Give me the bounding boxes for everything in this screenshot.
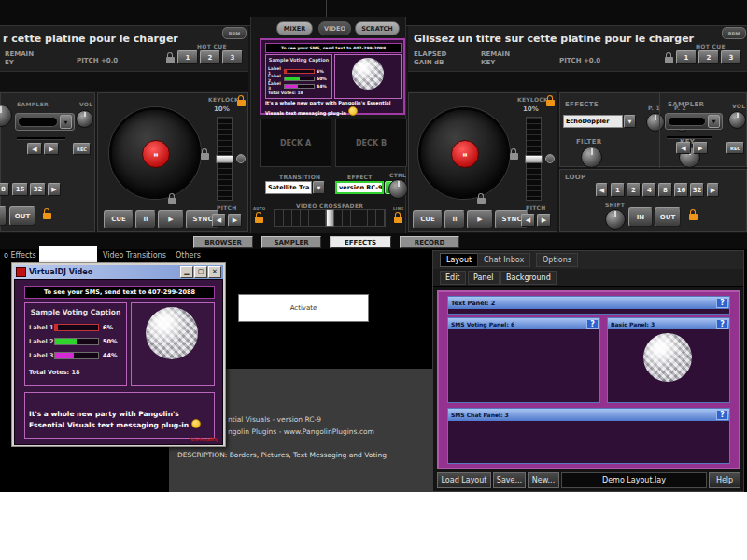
left-rec-button[interactable]: REC <box>73 143 91 155</box>
right-rec-button[interactable]: REC <box>726 142 744 154</box>
subtab-background[interactable]: Background <box>500 271 557 285</box>
help-icon[interactable]: ? <box>716 298 728 308</box>
panel-sms-voting[interactable]: SMS Voting Panel: 6? <box>447 317 600 403</box>
shift-knob[interactable] <box>605 209 626 230</box>
scratch-tab[interactable]: SCRATCH <box>355 21 400 35</box>
effects-dropdown-arrow-icon[interactable]: ▼ <box>624 115 636 128</box>
help-icon[interactable]: ? <box>586 319 599 329</box>
right-pitch-slider[interactable] <box>526 117 542 201</box>
load-layout-button[interactable]: Load Layout <box>437 472 491 488</box>
right-hotcue-2-button[interactable]: 2 <box>698 50 719 64</box>
left-loop-fwd-button[interactable]: ▶ <box>48 183 61 196</box>
filter-knob[interactable] <box>581 147 602 168</box>
left-loop-lock-icon[interactable] <box>43 213 51 219</box>
tab-browser[interactable]: BROWSER <box>193 236 253 248</box>
left-sampler-dropdown[interactable]: ▼ <box>15 113 75 131</box>
right-hotcue-1-button[interactable]: 1 <box>676 50 697 64</box>
left-pitch-lock-icon[interactable] <box>201 153 209 160</box>
loop-fwd-button[interactable]: ▶ <box>707 183 719 197</box>
effect-dropdown[interactable]: version RC-9 <box>335 181 384 194</box>
video-window-titlebar[interactable]: VirtualDJ Video ▁ ▢ ✕ <box>14 265 223 279</box>
right-sampler-next-button[interactable]: ▶ <box>693 142 708 154</box>
subtab-edit[interactable]: Edit <box>440 271 466 285</box>
deck-b-button[interactable]: DECK B <box>335 119 407 167</box>
loop-lock-icon[interactable] <box>689 214 698 220</box>
right-sampler-dropdown[interactable]: ▼ <box>665 113 723 130</box>
tab-layout[interactable]: Layout <box>440 253 478 267</box>
loop-16-button[interactable]: 16 <box>674 183 688 197</box>
transition-dropdown[interactable]: Satellite Tra <box>265 181 312 194</box>
tab-effects[interactable]: EFFECTS <box>330 236 391 248</box>
loop-1-button[interactable]: 1 <box>611 183 625 197</box>
left-loop-out-button[interactable]: OUT <box>9 206 35 226</box>
minimize-button[interactable]: ▁ <box>180 266 193 278</box>
left-hotcue-3-button[interactable]: 3 <box>222 50 243 64</box>
left-loop-in-button[interactable] <box>0 206 7 226</box>
right-pause-button[interactable]: II <box>444 210 465 229</box>
dropdown-arrow-icon[interactable]: ▼ <box>60 115 72 129</box>
right-pitch-down-button[interactable]: ◀ <box>521 214 535 227</box>
left-pitch-slider[interactable] <box>217 117 233 201</box>
left-hotcue-1-button[interactable]: 1 <box>177 50 198 64</box>
panel-sms-chat[interactable]: SMS Chat Panel: 3? <box>447 408 730 464</box>
help-icon[interactable]: ? <box>716 410 728 420</box>
left-loop-32-button[interactable]: 32 <box>30 183 46 196</box>
effects-dropdown[interactable]: EchoDoppler <box>563 115 623 128</box>
close-button[interactable]: ✕ <box>208 266 221 278</box>
loop-back-button[interactable]: ◀ <box>596 183 608 197</box>
panel-basic[interactable]: Basic Panel: 3? <box>607 317 730 403</box>
left-sampler-prev-button[interactable]: ◀ <box>27 143 42 155</box>
right-sampler-prev-button[interactable]: ◀ <box>676 142 691 154</box>
left-hotcue-lock-icon[interactable] <box>166 57 175 63</box>
left-edge-knob[interactable] <box>0 105 12 127</box>
panel-text[interactable]: Text Panel: 2? <box>447 296 730 315</box>
right-keylock-lock-icon[interactable] <box>546 100 555 106</box>
deck-a-button[interactable]: DECK A <box>260 119 331 167</box>
loop-8-button[interactable]: 8 <box>658 183 672 197</box>
right-cue-button[interactable]: CUE <box>413 210 443 229</box>
right-pitch-slider-handle[interactable] <box>525 155 543 163</box>
left-pause-button[interactable]: II <box>135 210 156 229</box>
loop-32-button[interactable]: 32 <box>690 183 704 197</box>
video-tab[interactable]: VIDEO <box>318 21 351 35</box>
auto-lock-icon[interactable] <box>255 217 263 223</box>
link-lock-icon[interactable] <box>394 217 402 223</box>
left-sampler-next-button[interactable]: ▶ <box>44 143 59 155</box>
loop-2-button[interactable]: 2 <box>627 183 641 197</box>
tab-sampler[interactable]: SAMPLER <box>261 236 321 248</box>
new-button[interactable]: New... <box>528 472 559 488</box>
tab-record[interactable]: RECORD <box>400 236 459 248</box>
ctrl-knob[interactable] <box>388 179 408 199</box>
mixer-tab[interactable]: MIXER <box>276 21 313 35</box>
left-hotcue-2-button[interactable]: 2 <box>200 50 220 64</box>
left-cue-button[interactable]: CUE <box>104 210 134 229</box>
right-play-button[interactable]: ▶ <box>467 210 493 229</box>
left-pitch-up-button[interactable]: ▶ <box>228 214 242 227</box>
layout-filename-field[interactable]: Demo Layout.lay <box>561 472 707 488</box>
tab-video-effects[interactable]: o Effects <box>4 251 36 259</box>
help-icon[interactable]: ? <box>716 319 728 329</box>
left-keylock-lock-icon[interactable] <box>237 100 246 106</box>
tab-video-transitions[interactable]: Video Transitions <box>103 251 166 259</box>
left-loop-16-button[interactable]: 16 <box>12 183 28 196</box>
right-jog-lock-icon[interactable] <box>477 198 486 204</box>
help-button[interactable]: Help <box>709 472 740 488</box>
loop-4-button[interactable]: 4 <box>642 183 656 197</box>
maximize-button[interactable]: ▢ <box>194 266 207 278</box>
p1-knob[interactable] <box>646 113 665 132</box>
left-play-button[interactable]: ▶ <box>158 210 184 229</box>
transition-dropdown-arrow-icon[interactable]: ▼ <box>313 181 325 194</box>
right-sampler-vol-knob[interactable] <box>728 111 746 129</box>
left-pitch-zero-button[interactable] <box>236 154 246 163</box>
left-pitch-down-button[interactable]: ◀ <box>212 214 226 227</box>
video-crossfader-handle[interactable] <box>326 209 334 227</box>
active-effect-tab[interactable] <box>39 246 97 262</box>
dropdown-arrow-icon[interactable]: ▼ <box>708 115 720 128</box>
right-pitch-zero-button[interactable] <box>545 154 555 163</box>
loop-out-button[interactable]: OUT <box>655 207 681 227</box>
right-jog-wheel[interactable]: ▮▮ <box>418 107 510 199</box>
video-crossfader[interactable] <box>274 209 386 227</box>
subtab-panel[interactable]: Panel <box>468 271 500 285</box>
tab-options[interactable]: Options <box>536 253 578 267</box>
save-button[interactable]: Save... <box>493 472 526 488</box>
